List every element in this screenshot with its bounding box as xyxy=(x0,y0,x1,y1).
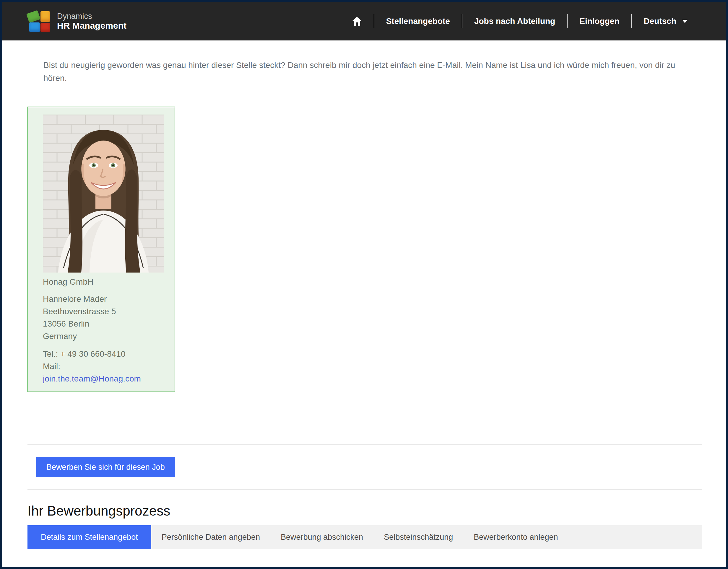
tab-persoenliche-daten-angeben[interactable]: Persönliche Daten angeben xyxy=(151,525,270,549)
puzzle-piece-yellow xyxy=(40,11,50,22)
section-divider xyxy=(27,489,702,490)
company-name: Honag GmbH xyxy=(43,277,160,287)
contact-lines: Tel.: + 49 30 660-8410 Mail: join.the.te… xyxy=(43,348,160,385)
contact-person: Hannelore Mader xyxy=(43,293,160,305)
puzzle-piece-red xyxy=(40,23,50,32)
phone-label: Tel.: xyxy=(43,349,60,358)
process-heading: Ihr Bewerbungsprozess xyxy=(27,503,702,519)
apply-button[interactable]: Bewerben Sie sich für diesen Job xyxy=(36,457,175,477)
tab-details-zum-stellenangebot[interactable]: Details zum Stellenangebot xyxy=(27,525,151,549)
puzzle-piece-green xyxy=(26,10,40,23)
process-tabbar: Details zum Stellenangebot Persönliche D… xyxy=(27,525,702,549)
nav-item-home[interactable] xyxy=(340,17,374,26)
language-dropdown-label: Deutsch xyxy=(644,17,676,26)
contact-card: Honag GmbH Hannelore Mader Beethovenstra… xyxy=(27,107,175,392)
contact-street: Beethovenstrasse 5 xyxy=(43,305,160,318)
contact-city: 13056 Berlin xyxy=(43,318,160,330)
language-dropdown[interactable]: Deutsch xyxy=(632,17,699,26)
logo-line2: HR Management xyxy=(57,21,126,31)
tab-bewerberkonto-anlegen[interactable]: Bewerberkonto anlegen xyxy=(463,525,568,549)
section-divider xyxy=(27,444,702,445)
contact-country: Germany xyxy=(43,330,160,342)
home-icon xyxy=(352,17,362,26)
nav-item-stellenangebote[interactable]: Stellenangebote xyxy=(374,17,462,26)
phone-number: + 49 30 660-8410 xyxy=(60,349,125,358)
chevron-down-icon xyxy=(682,20,688,23)
tab-bewerbung-abschicken[interactable]: Bewerbung abschicken xyxy=(270,525,373,549)
page-frame: Dynamics HR Management Stellenangebote J… xyxy=(0,0,728,569)
mail-line: Mail: join.the.team@Honag.com xyxy=(43,360,160,385)
phone-line: Tel.: + 49 30 660-8410 xyxy=(43,348,160,360)
intro-paragraph: Bist du neugierig geworden was genau hin… xyxy=(43,59,677,85)
logo-text: Dynamics HR Management xyxy=(57,12,126,31)
logo-line1: Dynamics xyxy=(57,12,126,21)
nav-items: Stellenangebote Jobs nach Abteilung Einl… xyxy=(340,14,699,28)
navbar: Dynamics HR Management Stellenangebote J… xyxy=(2,2,726,40)
tab-selbsteinschaetzung[interactable]: Selbsteinschätzung xyxy=(373,525,463,549)
mail-label: Mail: xyxy=(43,362,60,371)
nav-item-einloggen[interactable]: Einloggen xyxy=(568,17,631,26)
email-link[interactable]: join.the.team@Honag.com xyxy=(43,374,141,383)
puzzle-logo-icon xyxy=(28,9,51,33)
nav-item-jobs-nach-abteilung[interactable]: Jobs nach Abteilung xyxy=(462,17,567,26)
contact-photo xyxy=(43,115,164,273)
main-content: Bist du neugierig geworden was genau hin… xyxy=(2,59,726,549)
puzzle-piece-blue xyxy=(29,22,40,32)
app-logo[interactable]: Dynamics HR Management xyxy=(28,9,126,33)
contact-address: Hannelore Mader Beethovenstrasse 5 13056… xyxy=(43,293,160,342)
